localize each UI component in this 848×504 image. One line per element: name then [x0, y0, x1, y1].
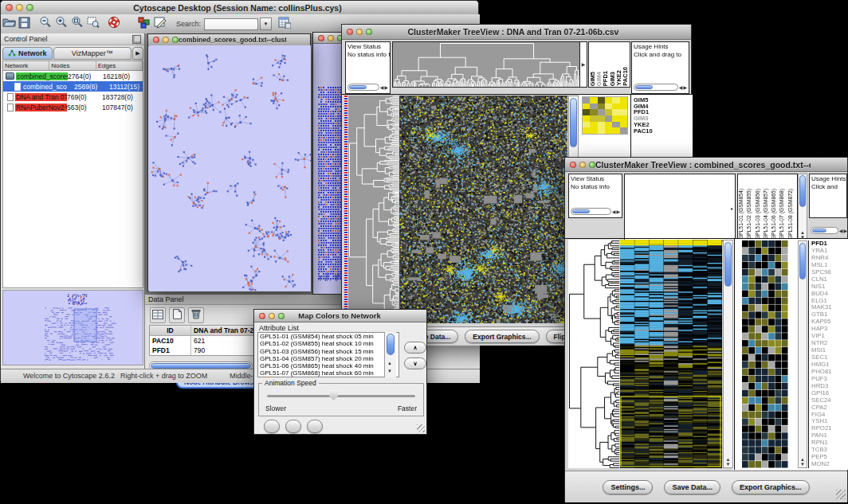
arrow-right-icon[interactable]: ▶ [843, 229, 847, 233]
arrow-left-icon[interactable]: ◀ [380, 85, 384, 90]
attribute-list-vscrollbar[interactable]: ▲ ▼ [384, 332, 396, 377]
tab-network[interactable]: Network [2, 47, 53, 60]
zoom-window-icon[interactable] [366, 29, 372, 35]
attribute-list-item[interactable]: GPL51-03 (GSM856) heat shock 15 min [258, 348, 398, 355]
scroll-thumb[interactable] [349, 85, 367, 89]
global-heatmap[interactable] [620, 240, 722, 468]
attribute-list-item[interactable]: GPL51-06 (GSM865) heat shock 40 min [258, 362, 398, 369]
move-down-button[interactable]: ∨ [404, 357, 426, 369]
attribute-list-item[interactable]: GPL51-02 (GSM855) heat shock 10 min [258, 340, 398, 347]
close-icon[interactable] [6, 4, 13, 11]
scroll-thumb[interactable] [151, 363, 251, 369]
minimize-icon[interactable] [16, 4, 23, 11]
arrow-left-icon[interactable]: ◀ [612, 209, 616, 214]
column-label[interactable]: PAC10 [622, 67, 629, 86]
arrow-right-icon[interactable]: ▶ [683, 85, 687, 90]
dialog-button[interactable] [285, 420, 301, 433]
treeview1-titlebar[interactable]: ClusterMaker TreeView : DNA and Tran 07-… [342, 25, 691, 40]
resize-grip[interactable] [417, 424, 425, 432]
birds-eye-view[interactable] [2, 290, 143, 365]
global-heatmap[interactable] [399, 96, 567, 323]
column-header[interactable]: Edges [96, 61, 143, 70]
main-titlebar[interactable]: Cytoscape Desktop (Session Name: collins… [1, 1, 478, 15]
arrow-left-icon[interactable]: ◀ [679, 85, 683, 90]
arrow-right-icon[interactable]: ▶ [616, 209, 620, 214]
zoom-out-button[interactable] [37, 16, 53, 32]
window-controls[interactable] [153, 37, 179, 43]
dialog-button[interactable] [307, 420, 323, 433]
zoom-window-icon[interactable] [278, 313, 285, 319]
arrow-down-icon[interactable]: ▼ [726, 462, 731, 467]
grid-row[interactable]: PAC10 621 [150, 336, 269, 346]
minimize-icon[interactable] [328, 35, 334, 41]
arrow-down-icon[interactable]: ▼ [800, 462, 805, 467]
column-label[interactable]: GPL51-02 (GSM855) [747, 189, 755, 240]
help-button[interactable] [106, 16, 122, 32]
network-list-item[interactable]: DNA and Tran 07 769(0) 183728(0) [3, 92, 143, 102]
zoom-in-button[interactable] [53, 16, 69, 32]
arrow-left-icon[interactable]: ◀ [839, 229, 843, 233]
speed-slider-track[interactable] [267, 395, 415, 397]
scroll-thumb[interactable] [724, 242, 732, 287]
close-icon[interactable] [318, 35, 324, 41]
view-status-hscrollbar[interactable]: ◀▶ [571, 207, 620, 216]
tab-overflow-button[interactable]: ▶ [132, 47, 143, 60]
table-report-button[interactable] [277, 16, 292, 32]
scroll-thumb[interactable] [387, 334, 395, 355]
zoom-vscrollbar[interactable]: ▲▼ [798, 240, 807, 468]
tab-vizmapper[interactable]: VizMapper™ [53, 47, 132, 60]
attribute-list-item[interactable]: GPL51-04 (GSM857) heat shock 20 min [258, 355, 398, 362]
delete-attribute-button[interactable] [188, 307, 204, 323]
grid-row[interactable]: PFD1 790 [150, 346, 269, 355]
minimize-icon[interactable] [356, 29, 363, 35]
column-dendrogram-panel[interactable]: ▸ [624, 174, 736, 241]
column-labels-vscrollbar[interactable]: ▲▼ [798, 174, 807, 241]
dialog-button[interactable] [264, 420, 280, 433]
gene-label[interactable]: MON2 [811, 461, 848, 468]
treeview2-titlebar[interactable]: ClusterMaker TreeView : combined_scores_… [565, 158, 847, 172]
search-input[interactable] [204, 18, 258, 30]
network-canvas-grid[interactable] [318, 87, 342, 281]
close-icon[interactable] [153, 37, 159, 43]
search-dropdown-button[interactable]: ▼ [260, 18, 272, 30]
window-controls[interactable] [347, 29, 372, 35]
zoom-selected-button[interactable] [85, 16, 101, 32]
scroll-thumb[interactable] [570, 98, 577, 147]
netwin1-titlebar[interactable]: combined_scores_good.txt--cluste... [148, 34, 310, 46]
attribute-list-item[interactable]: GPL51-07 (GSM868) heat shock 60 min [258, 369, 398, 377]
zoom-window-icon[interactable] [172, 37, 179, 43]
dialog-titlebar[interactable]: Map Colors to Network [254, 310, 426, 322]
minimize-icon[interactable] [269, 313, 275, 319]
minimize-icon[interactable] [163, 37, 169, 43]
treeview-button[interactable]: Settings... [603, 480, 653, 494]
network-canvas[interactable] [149, 45, 311, 291]
float-panel-icon[interactable] [132, 35, 141, 44]
scroll-thumb[interactable] [635, 85, 653, 89]
arrow-down-icon[interactable]: ▼ [387, 361, 392, 376]
column-dendrogram[interactable] [392, 41, 580, 88]
zoom-heatmap-matrix[interactable] [582, 96, 628, 135]
birds-eye-canvas[interactable] [3, 291, 143, 365]
annotation-button[interactable] [152, 16, 168, 32]
scroll-thumb[interactable] [799, 243, 806, 279]
view-status-hscrollbar[interactable]: ◀▶ [347, 83, 388, 92]
column-header[interactable]: Nodes [49, 61, 96, 70]
row-dendrogram[interactable] [568, 240, 619, 468]
row-dendrogram[interactable] [348, 96, 398, 323]
new-attribute-button[interactable] [169, 307, 185, 323]
treeview-button[interactable]: Export Graphics... [465, 330, 539, 343]
vizmapper-button[interactable] [136, 16, 152, 32]
window-controls[interactable] [259, 313, 285, 319]
window-controls[interactable] [318, 35, 344, 41]
attribute-list[interactable]: GPL51-01 (GSM854) heat shock 05 minGPL51… [257, 332, 399, 377]
open-session-button[interactable] [1, 16, 17, 32]
arrow-right-icon[interactable]: ▶ [384, 85, 388, 90]
close-icon[interactable] [347, 29, 353, 35]
window-controls[interactable] [6, 4, 33, 11]
scroll-thumb[interactable] [812, 229, 826, 232]
zoom-window-icon[interactable] [26, 4, 33, 11]
save-session-button[interactable] [17, 16, 33, 32]
close-icon[interactable] [259, 313, 265, 319]
network-list-item[interactable]: combined_scores 2764(0) 16218(0) [3, 71, 143, 81]
network-list-item[interactable]: RNAPuberNov2+ 563(0) 107847(0) [3, 102, 143, 112]
